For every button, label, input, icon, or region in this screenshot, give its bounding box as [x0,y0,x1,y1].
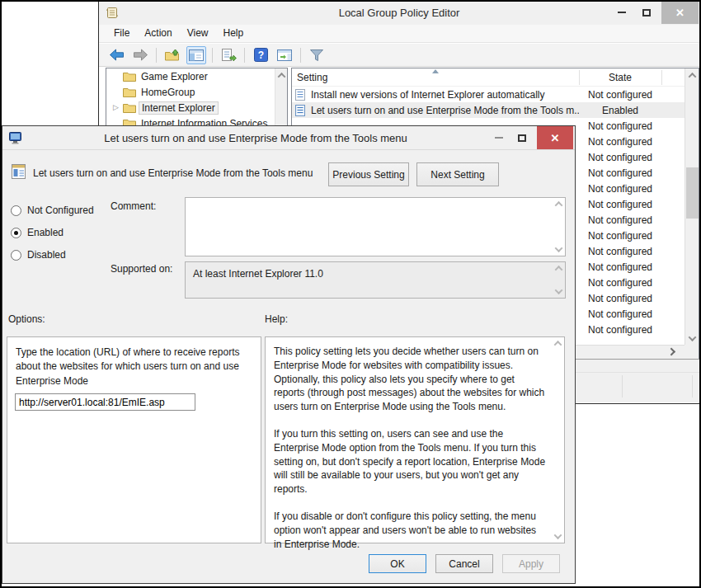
export-list-icon[interactable] [219,46,238,64]
dialog-titlebar[interactable]: Let users turn on and use Enterprise Mod… [2,126,575,150]
tree-item-internet-explorer[interactable]: ▷ Internet Explorer [106,100,287,115]
scroll-down-icon[interactable] [554,531,562,539]
setting-state: Not configured [579,152,661,163]
close-icon: ✕ [551,132,560,144]
setting-name[interactable]: Let users turn on and use Enterprise Mod… [311,105,579,116]
scroll-down-icon[interactable] [555,286,563,294]
gpe-window-title: Local Group Policy Editor [99,7,699,19]
gpe-close-button[interactable]: ✕ [661,1,699,24]
gpe-titlebar[interactable]: Local Group Policy Editor ✕ [99,1,699,25]
tree-item-label[interactable]: HomeGroup [141,87,195,98]
gpe-maximize-button[interactable] [640,1,653,24]
folder-icon [123,87,136,97]
setting-state: Not configured [579,183,661,195]
setting-state: Not configured [579,324,661,336]
setting-state: Not configured [579,120,661,132]
help-panel[interactable]: This policy setting lets you decide whet… [265,336,565,543]
previous-setting-button[interactable]: Previous Setting [328,162,409,186]
scroll-up-icon[interactable] [555,266,563,274]
scroll-up-icon[interactable] [275,68,289,82]
apply-button[interactable]: Apply [502,554,560,573]
policy-name-text: Let users turn on and use Enterprise Mod… [33,167,323,179]
dialog-close-button[interactable]: ✕ [537,126,573,149]
cancel-button[interactable]: Cancel [435,554,493,573]
dialog-title: Let users turn on and use Enterprise Mod… [27,132,484,144]
radio-label: Not Configured [27,205,94,216]
help-text: This policy setting lets you decide whet… [274,345,546,564]
tree-item-game-explorer[interactable]: Game Explorer [106,68,287,84]
scroll-down-icon[interactable] [685,332,699,346]
back-icon[interactable] [106,46,126,64]
sort-ascending-icon [432,69,439,73]
minimize-icon [618,12,626,13]
options-description: Type the location (URL) of where to rece… [16,346,253,388]
scroll-right-icon[interactable] [666,345,680,359]
list-row-enterprise-mode-selected[interactable]: Let users turn on and use Enterprise Mod… [292,102,699,118]
next-setting-button[interactable]: Next Setting [416,162,499,186]
comment-label: Comment: [111,200,156,212]
list-row-install-new-versions[interactable]: Install new versions of Internet Explore… [292,87,699,102]
comment-input[interactable] [186,199,553,255]
show-console-tree-icon[interactable] [186,46,206,64]
setting-state: Not configured [579,167,661,179]
gpe-toolbar: ? [99,44,699,67]
menu-view[interactable]: View [180,25,216,42]
setting-state: Not configured [579,308,661,320]
setting-state: Not configured [579,89,661,101]
radio-disabled[interactable]: Disabled [11,249,66,261]
policy-setting-dialog: Let users turn on and use Enterprise Mod… [2,125,576,584]
help-paragraph: If you disable or don't configure this p… [274,510,546,551]
options-label: Options: [8,313,45,325]
radio-not-configured[interactable]: Not Configured [11,205,94,216]
setting-state: Not configured [579,199,661,210]
tree-item-homegroup[interactable]: HomeGroup [106,84,287,100]
scroll-up-icon[interactable] [555,201,563,209]
export-folder-icon[interactable] [162,46,182,64]
menu-action[interactable]: Action [137,25,179,42]
svg-text:?: ? [257,49,263,61]
toolbar-separator [212,48,213,63]
minimize-icon [495,137,503,139]
menu-file[interactable]: File [106,25,137,42]
radio-icon[interactable] [11,250,21,261]
chevron-expand-icon[interactable]: ▷ [113,100,123,115]
radio-enabled[interactable]: Enabled [11,227,64,238]
tree-item-label-selected[interactable]: Internet Explorer [139,101,219,115]
radio-icon-checked[interactable] [11,228,21,238]
gpe-minimize-button[interactable] [615,1,628,24]
scroll-up-icon[interactable] [554,341,562,349]
dialog-maximize-button[interactable] [515,126,529,149]
maximize-icon [642,9,651,16]
dialog-app-icon [9,132,23,147]
setting-state: Not configured [579,246,661,257]
scrollbar-thumb[interactable] [686,167,699,219]
help-label: Help: [265,313,288,325]
column-header-setting[interactable]: Setting [297,72,327,83]
divider [692,375,693,397]
scroll-down-icon[interactable] [555,244,563,252]
dialog-minimize-button[interactable] [492,126,506,149]
setting-name[interactable]: Install new versions of Internet Explore… [311,89,579,101]
forward-icon[interactable] [130,46,150,64]
report-url-input[interactable] [15,393,195,411]
ok-button[interactable]: OK [369,554,426,573]
setting-state: Not configured [579,261,661,273]
scroll-up-icon[interactable] [685,68,699,82]
radio-icon[interactable] [11,205,21,216]
options-panel: Type the location (URL) of where to rece… [7,336,261,543]
policy-setting-icon [12,164,28,182]
filter-icon[interactable] [307,46,327,64]
divider [622,375,623,397]
column-header-state[interactable]: State [579,72,661,83]
tree-item-label[interactable]: Game Explorer [141,71,208,82]
comment-textbox[interactable] [185,197,566,256]
menu-help[interactable]: Help [216,25,252,42]
setting-state: Not configured [579,214,661,226]
screenshot-canvas: Local Group Policy Editor ✕ File Action … [0,0,701,588]
list-vertical-scrollbar[interactable] [685,68,699,346]
help-icon[interactable]: ? [251,46,271,64]
folder-icon [123,71,136,82]
show-action-pane-icon[interactable] [275,46,294,64]
toolbar-separator [300,48,301,63]
column-divider[interactable] [661,70,662,85]
